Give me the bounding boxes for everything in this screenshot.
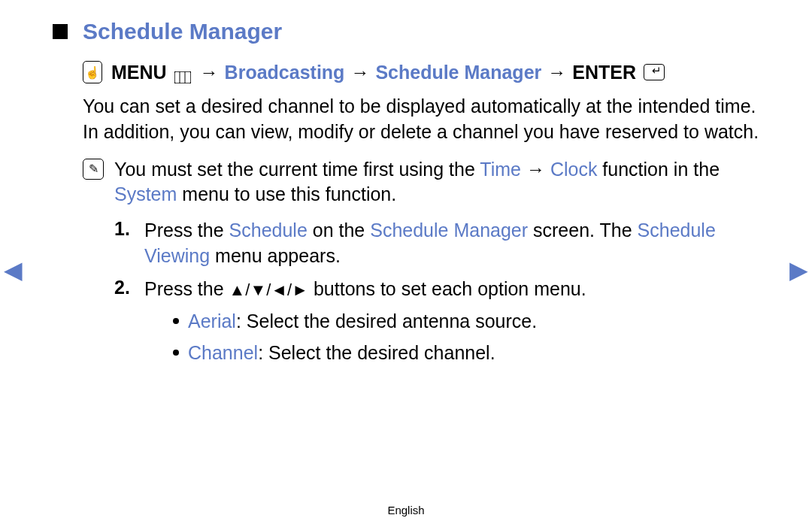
- step-text: Press the ▲/▼/◄/► buttons to set each op…: [144, 277, 586, 302]
- step-number: 2.: [114, 277, 137, 302]
- note-link: Time: [480, 159, 521, 180]
- list-item: Channel: Select the desired channel.: [173, 341, 759, 366]
- step-text-part: menu appears.: [210, 245, 341, 266]
- bullet-label: Aerial: [188, 310, 236, 332]
- step-1: 1. Press the Schedule on the Schedule Ma…: [114, 218, 759, 269]
- bullet-text: Channel: Select the desired channel.: [188, 341, 495, 366]
- note-text: You must set the current time first usin…: [114, 157, 759, 208]
- step-text-part: on the: [308, 220, 370, 241]
- title-row: Schedule Manager: [53, 19, 767, 44]
- hand-icon: ☝: [83, 61, 102, 83]
- enter-label: ENTER: [572, 62, 636, 83]
- step-text-part: screen. The: [528, 220, 637, 241]
- triangle-right-icon: ▶: [789, 256, 808, 283]
- step-number: 1.: [114, 218, 137, 269]
- step-text-part: buttons to set each option menu.: [308, 278, 586, 299]
- content-area: ☝ MENU → Broadcasting → Schedule Manager…: [83, 61, 759, 366]
- breadcrumb: ☝ MENU → Broadcasting → Schedule Manager…: [83, 61, 759, 83]
- step-link: Schedule: [229, 220, 308, 241]
- arrow-icon: →: [350, 62, 369, 83]
- note-text-part: menu to use this function.: [177, 183, 396, 204]
- intro-paragraph: You can set a desired channel to be disp…: [83, 94, 759, 145]
- note-link: System: [114, 183, 177, 204]
- note-link: Clock: [550, 159, 598, 180]
- square-bullet-icon: [53, 24, 68, 39]
- menu-icon: [174, 66, 191, 78]
- direction-buttons-icon: ▲/▼/◄/►: [229, 280, 308, 299]
- svg-rect-0: [174, 71, 191, 83]
- bullet-icon: [173, 350, 179, 356]
- step-text-part: Press the: [144, 278, 229, 299]
- step-link: Schedule Manager: [370, 220, 528, 241]
- enter-icon: [644, 64, 665, 80]
- bullet-list: Aerial: Select the desired antenna sourc…: [173, 309, 759, 366]
- page-title: Schedule Manager: [83, 19, 282, 44]
- bullet-text: Aerial: Select the desired antenna sourc…: [188, 309, 537, 335]
- step-2: 2. Press the ▲/▼/◄/► buttons to set each…: [114, 277, 759, 302]
- note-text-part: You must set the current time first usin…: [114, 159, 480, 180]
- footer-language: English: [0, 504, 812, 516]
- menu-label: MENU: [111, 62, 167, 83]
- nav-prev-button[interactable]: ◀: [4, 256, 23, 284]
- step-text-part: Press the: [144, 220, 229, 241]
- bullet-desc: : Select the desired antenna source.: [236, 310, 537, 332]
- note-icon: ✎: [83, 159, 104, 180]
- bullet-desc: : Select the desired channel.: [258, 342, 495, 363]
- bullet-label: Channel: [188, 342, 258, 363]
- arrow-icon: →: [200, 62, 219, 83]
- triangle-left-icon: ◀: [4, 256, 23, 283]
- nav-next-button[interactable]: ▶: [789, 256, 808, 284]
- breadcrumb-item: Broadcasting: [225, 62, 345, 83]
- note-text-part: →: [521, 159, 550, 180]
- breadcrumb-item: Schedule Manager: [375, 62, 541, 83]
- bullet-icon: [173, 318, 179, 324]
- arrow-icon: →: [547, 62, 566, 83]
- list-item: Aerial: Select the desired antenna sourc…: [173, 309, 759, 335]
- note-text-part: function in the: [597, 159, 720, 180]
- note-row: ✎ You must set the current time first us…: [83, 157, 759, 208]
- step-text: Press the Schedule on the Schedule Manag…: [144, 218, 759, 269]
